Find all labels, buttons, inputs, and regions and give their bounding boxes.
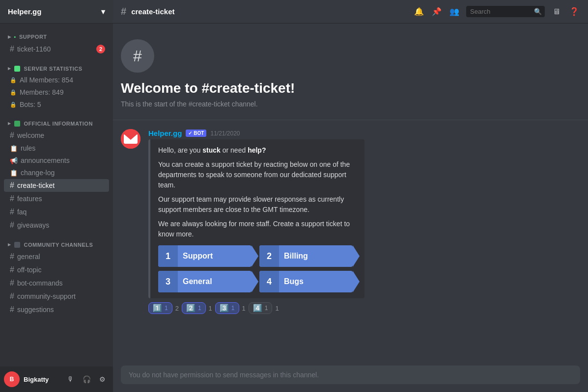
channel-item-community-support[interactable]: # community-support xyxy=(4,290,109,303)
embed-btn-arrow-billing xyxy=(353,245,360,267)
channel-item-suggestions[interactable]: # suggestions xyxy=(4,303,109,316)
user-bar: B Bigkatty 🎙 🎧 ⚙ xyxy=(0,366,113,392)
channel-item-change-log[interactable]: 📋 change-log xyxy=(4,167,109,179)
category-server-statistics: ▸ SERVER STATISTICS 🔒 All Members: 854 🔒… xyxy=(0,63,113,110)
server-name: Helper.gg xyxy=(8,7,41,16)
channel-name-community-support: community-support xyxy=(17,292,76,300)
reaction-4-gap: 1 xyxy=(241,302,247,314)
embed-btn-num-3: 3 xyxy=(158,271,178,292)
reaction-1[interactable]: 1️⃣ 1 xyxy=(148,302,172,314)
category-header-official-information[interactable]: ▸ OFFICIAL INFORMATION xyxy=(0,118,113,129)
channel-name-giveaways: giveaways xyxy=(17,221,49,229)
embed-btn-num-4: 4 xyxy=(259,271,279,292)
embed-text-line2: You can create a support ticket by react… xyxy=(158,159,357,190)
pin-icon[interactable]: 📌 xyxy=(431,6,443,18)
channel-hash-icon: # xyxy=(10,208,14,216)
channel-item-ticket-1160[interactable]: # ticket-1160 2 xyxy=(4,43,109,55)
channel-item-general[interactable]: # general xyxy=(4,250,109,263)
rules-icon: 📋 xyxy=(10,145,18,152)
reaction-2[interactable]: 2️⃣ 1 xyxy=(182,302,206,314)
reaction-4[interactable]: 4️⃣ 1 xyxy=(249,302,273,314)
category-title-statistics: SERVER STATISTICS xyxy=(24,66,83,72)
reaction-emoji-4: 4️⃣ xyxy=(253,304,262,313)
chevron-down-icon: ▾ xyxy=(101,7,105,16)
channel-hash-icon: # xyxy=(10,279,14,287)
reaction-emoji-2: 2️⃣ xyxy=(186,304,196,313)
channel-name-create-ticket: create-ticket xyxy=(17,182,55,189)
category-header-community-channels[interactable]: ▸ COMMUNITY CHANNELS xyxy=(0,239,113,250)
settings-button[interactable]: ⚙ xyxy=(95,372,109,386)
embed-btn-label-general: General xyxy=(178,277,252,286)
notifications-icon[interactable]: 🔔 xyxy=(413,6,425,18)
channel-item-announcements[interactable]: 📢 announcements xyxy=(4,155,109,166)
category-header-support[interactable]: ▸ ▪ SUPPORT xyxy=(0,31,113,42)
category-header-server-statistics[interactable]: ▸ SERVER STATISTICS xyxy=(0,63,113,74)
embed-btn-billing[interactable]: 2 Billing xyxy=(259,245,353,267)
message-input-placeholder: You do not have permission to send messa… xyxy=(129,371,319,379)
embed-bold-help: help? xyxy=(248,146,266,154)
message-timestamp: 11/21/2020 xyxy=(210,130,240,137)
deafen-button[interactable]: 🎧 xyxy=(80,372,93,386)
category-title-community-channels: COMMUNITY CHANNELS xyxy=(24,242,93,248)
channel-item-create-ticket[interactable]: # create-ticket xyxy=(4,179,109,192)
search-icon[interactable]: 🔍 xyxy=(534,8,542,15)
embed-btn-general[interactable]: 3 General xyxy=(158,271,252,292)
embed-text-line1: Hello, are you stuck or need help? xyxy=(158,145,357,156)
channel-item-bots[interactable]: 🔒 Bots: 5 xyxy=(4,99,109,110)
change-log-icon: 📋 xyxy=(10,169,18,177)
channel-hash-icon: # xyxy=(10,221,14,230)
channel-item-bot-commands[interactable]: # bot-commands xyxy=(4,277,109,289)
channel-item-faq[interactable]: # faq xyxy=(4,206,109,218)
lock-icon: 🔒 xyxy=(10,89,17,96)
search-container: 🔍 xyxy=(466,6,545,17)
channel-item-all-members[interactable]: 🔒 All Members: 854 xyxy=(4,74,109,86)
inbox-icon[interactable]: 🖥 xyxy=(551,6,562,18)
top-bar-channel-name: create-ticket xyxy=(131,7,174,16)
lock-icon: 🔒 xyxy=(10,77,17,83)
top-bar-channel: # create-ticket xyxy=(121,6,175,17)
channel-item-off-topic[interactable]: # off-topic xyxy=(4,263,109,276)
channel-hash-icon: # xyxy=(10,305,14,314)
user-avatar-initials: B xyxy=(10,376,14,383)
help-icon[interactable]: ❓ xyxy=(568,6,580,18)
user-actions: 🎙 🎧 ⚙ xyxy=(64,372,109,386)
channel-list: ▸ ▪ SUPPORT # ticket-1160 2 ▸ SERVER STA… xyxy=(0,24,113,366)
search-input[interactable] xyxy=(466,6,545,17)
channel-name-members: Members: 849 xyxy=(20,88,63,96)
members-icon[interactable]: 👥 xyxy=(448,6,460,18)
bot-badge: ✓ BOT xyxy=(186,130,206,137)
embed-btn-arrow-general xyxy=(252,271,258,292)
lock-icon: 🔒 xyxy=(10,102,17,108)
reaction-emoji-1: 1️⃣ xyxy=(153,304,162,313)
embed-btn-arrow-support xyxy=(252,245,258,267)
message-embed: Hello, are you stuck or need help? You c… xyxy=(148,139,364,298)
channel-hash-icon: # xyxy=(10,194,14,203)
channel-hash-icon: # xyxy=(10,45,14,53)
embed-bold-stuck: stuck xyxy=(202,146,221,154)
category-title-support: SUPPORT xyxy=(19,34,47,40)
mute-button[interactable]: 🎙 xyxy=(64,372,78,386)
embed-btn-bugs[interactable]: 4 Bugs xyxy=(259,271,353,292)
channel-item-rules[interactable]: 📋 rules xyxy=(4,142,109,154)
channel-item-giveaways[interactable]: # giveaways xyxy=(4,219,109,232)
reaction-3[interactable]: 3️⃣ 1 xyxy=(215,302,239,314)
channel-hash-icon: # xyxy=(10,292,14,301)
welcome-title: Welcome to #create-ticket! xyxy=(121,80,580,96)
server-header[interactable]: Helper.gg ▾ xyxy=(0,0,113,24)
message-header: Helper.gg ✓ BOT 11/21/2020 xyxy=(148,129,580,137)
welcome-subtitle: This is the start of the #create-ticket … xyxy=(121,100,580,108)
embed-btn-label-bugs: Bugs xyxy=(279,277,353,286)
channel-name-suggestions: suggestions xyxy=(17,306,54,314)
reaction-5-gap: 1 xyxy=(274,302,280,314)
channel-item-welcome[interactable]: # welcome xyxy=(4,129,109,142)
reaction-count-1: 1 xyxy=(165,305,168,312)
reactions-row: 1️⃣ 1 2 2️⃣ 1 1 3️⃣ 1 1 4️⃣ 1 1 xyxy=(148,302,580,314)
channel-name-rules: rules xyxy=(21,144,35,152)
channel-item-features[interactable]: # features xyxy=(4,192,109,205)
message-avatar xyxy=(121,129,140,149)
category-icon-official: ▸ xyxy=(8,120,11,127)
channel-hash-icon: # xyxy=(10,252,14,261)
embed-btn-support[interactable]: 1 Support xyxy=(158,245,252,267)
channel-name-all-members: All Members: 854 xyxy=(20,76,73,84)
channel-item-members[interactable]: 🔒 Members: 849 xyxy=(4,86,109,98)
